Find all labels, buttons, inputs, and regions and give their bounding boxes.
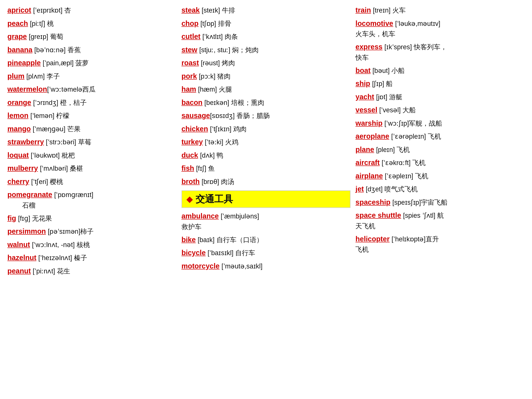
meaning-bike: 自行车（口语） <box>216 236 263 244</box>
entry-walnut: walnut [ˈwɔːlnʌt, -nət] 核桃 <box>7 239 177 250</box>
entry-warship: warship [ˈwɔːʃɪp]军舰，战船 <box>355 118 525 129</box>
phonetic-ham: [hæm] <box>198 86 219 93</box>
phonetic-express: [ɪkˈspres] <box>384 43 414 51</box>
phonetic-motorcycle: [ˈməutə,saɪkl] <box>221 263 263 270</box>
meaning-fish: 鱼 <box>208 165 215 172</box>
phonetic-grape: [greɪp] <box>29 33 50 40</box>
word-walnut: walnut <box>7 241 30 249</box>
word-cherry: cherry <box>7 178 29 185</box>
meaning-persimmon: 柿子 <box>80 228 94 235</box>
word-sausage: sausage <box>182 112 210 119</box>
meaning-sausage: 香肠；腊肠 <box>236 112 270 119</box>
phonetic-mango: [ˈmæŋɡəu] <box>33 125 67 133</box>
phonetic-bike: [baɪk] <box>198 236 216 244</box>
word-chop: chop <box>182 19 199 27</box>
entry-stew: stew [stjuː, stuː] 焖；炖肉 <box>182 45 351 55</box>
word-train: train <box>355 6 371 14</box>
word-boat: boat <box>355 66 370 74</box>
entry-persimmon: persimmon [pəˈsɪmən]柿子 <box>7 226 177 237</box>
word-vessel: vessel <box>355 106 377 114</box>
entry-duck: duck [dʌk] 鸭 <box>182 150 351 161</box>
word-aeroplane: aeroplane <box>355 132 389 140</box>
phonetic-pomegranate: [ˈpɒmɡrænɪt] <box>54 191 93 199</box>
word-broth: broth <box>182 178 200 185</box>
word-bacon: bacon <box>182 99 202 106</box>
entry-roast: roast [rəust] 烤肉 <box>182 58 351 68</box>
word-ship: ship <box>355 80 370 87</box>
word-fig: fig <box>7 214 16 222</box>
phonetic-chicken: [ˈtʃɪkɪn] <box>210 125 233 133</box>
meaning-steak: 牛排 <box>222 7 235 14</box>
entry-cherry: cherry [ˈtʃeri] 樱桃 <box>7 176 177 187</box>
phonetic-warship: [ˈwɔːʃɪp] <box>384 120 409 127</box>
meaning-stew: 焖；炖肉 <box>232 46 259 54</box>
entry-pineapple: pineapple [ˈpain,æpl] 菠萝 <box>7 58 177 68</box>
meaning-airplane: 飞机 <box>415 172 428 180</box>
entry-strawberry: strawberry [ˈstrɔːbəri] 草莓 <box>7 137 177 148</box>
meaning-pineapple: 菠萝 <box>75 59 89 67</box>
meaning-aircraft: 飞机 <box>412 159 426 166</box>
meaning-apricot: 杏 <box>64 7 71 14</box>
word-roast: roast <box>182 59 199 67</box>
phonetic-turkey: [ˈtəːki] <box>205 138 225 146</box>
entry-chicken: chicken [ˈtʃɪkɪn] 鸡肉 <box>182 124 351 134</box>
meaning-strawberry: 草莓 <box>78 138 91 146</box>
main-columns: apricot [ˈeɪprɪkɒt] 杏 peach [piːtʃ] 桃 gr… <box>7 5 525 279</box>
entry-mulberry: mulberry [ˈmʌlbəri] 桑椹 <box>7 163 177 174</box>
phonetic-persimmon: [pəˈsɪmən] <box>48 228 80 235</box>
entry-steak: steak [steɪk] 牛排 <box>182 5 351 16</box>
phonetic-jet: [dʒet] <box>366 185 384 193</box>
meaning-plane: 飞机 <box>397 146 410 153</box>
phonetic-vessel: [ˈvesəl] <box>379 106 403 114</box>
word-mulberry: mulberry <box>7 164 38 172</box>
word-peach: peach <box>7 19 28 27</box>
entry-plane: plane [pleɪn] 飞机 <box>355 144 525 155</box>
word-hazelnut: hazelnut <box>7 254 36 262</box>
column-transport: train [treɪn] 火车 locomotive [ˈləukə,məut… <box>353 5 525 279</box>
word-orange: orange <box>7 99 31 106</box>
meaning-lemon: 柠檬 <box>56 112 69 119</box>
meaning-jet: 喷气式飞机 <box>384 185 418 193</box>
entry-sausage: sausage[sɒsɪdʒ] 香肠；腊肠 <box>182 110 351 121</box>
entry-fish: fish [fɪʃ] 鱼 <box>182 163 351 174</box>
entry-spaceship: spaceship [speɪsʃɪp]宇宙飞船 <box>355 197 525 208</box>
word-yacht: yacht <box>355 93 374 101</box>
entry-bacon: bacon [beɪkən] 培根；熏肉 <box>182 97 351 108</box>
meaning-grape: 葡萄 <box>50 33 63 40</box>
meaning-yacht: 游艇 <box>389 93 402 101</box>
phonetic-yacht: [jɒt] <box>376 93 389 101</box>
entry-motorcycle: motorcycle [ˈməutə,saɪkl] <box>182 261 351 272</box>
word-duck: duck <box>182 151 198 159</box>
word-peanut: peanut <box>7 267 31 275</box>
phonetic-helicopter: [ˈhelɪkɒptə] <box>392 235 426 243</box>
phonetic-locomotive: [ˈləukə,məutɪv] <box>395 20 440 27</box>
phonetic-cherry: [ˈtʃeri] <box>31 178 50 185</box>
word-watermelon: watermelon <box>7 85 47 93</box>
word-space-shuttle: space shuttle <box>355 211 401 219</box>
word-bicycle: bicycle <box>182 249 206 257</box>
entry-ham: ham [hæm] 火腿 <box>182 84 351 95</box>
section-transport-header: ◆ 交通工具 <box>182 190 351 208</box>
entry-ambulance: ambulance [ˈæmbjuləns] 救护车 <box>182 211 351 232</box>
entry-aircraft: aircraft [ˈɛəkrɑːft] 飞机 <box>355 157 525 168</box>
entry-pork: pork [pɔːk] 猪肉 <box>182 71 351 82</box>
phonetic-walnut: [ˈwɔːlnʌt, -nət] <box>32 241 77 249</box>
word-mango: mango <box>7 125 31 133</box>
phonetic-stew: [stjuː, stuː] <box>199 46 232 54</box>
meaning-express: 快客列车， <box>414 43 447 51</box>
word-fish: fish <box>182 164 194 172</box>
meaning-boat: 小船 <box>391 67 405 74</box>
meaning-broth: 肉汤 <box>221 178 234 185</box>
entry-grape: grape [greɪp] 葡萄 <box>7 31 177 42</box>
word-spaceship: spaceship <box>355 198 390 206</box>
meaning-peanut: 花生 <box>57 267 70 275</box>
phonetic-bacon: [beɪkən] <box>204 99 231 106</box>
meaning-warship: 军舰，战船 <box>409 120 442 127</box>
entry-hazelnut: hazelnut [ˈheɪzəlnʌt] 榛子 <box>7 252 177 263</box>
meaning-chicken: 鸡肉 <box>233 125 247 133</box>
word-warship: warship <box>355 119 382 127</box>
meaning-aeroplane: 飞机 <box>428 133 441 140</box>
entry-train: train [treɪn] 火车 <box>355 5 525 16</box>
entry-loquat: loquat [ˈləukwɒt] 枇杷 <box>7 150 177 161</box>
section-transport-label: 交通工具 <box>196 193 233 205</box>
